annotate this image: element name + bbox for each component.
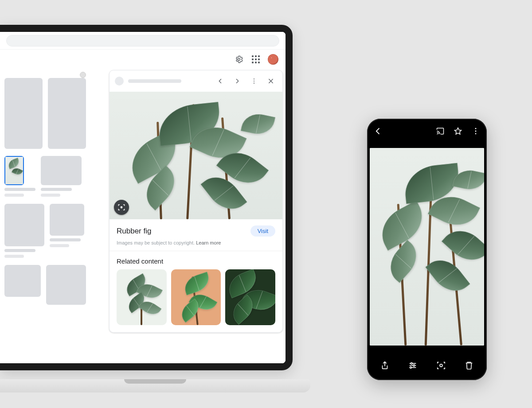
lens-icon[interactable] bbox=[114, 200, 129, 215]
svg-point-0 bbox=[238, 58, 240, 60]
browser-window: Rubber fig Visit Images may be subject t… bbox=[0, 32, 286, 363]
preview-title: Rubber fig bbox=[117, 227, 151, 236]
visit-button[interactable]: Visit bbox=[250, 225, 275, 237]
phone-top-bar bbox=[367, 119, 487, 144]
info-icon[interactable] bbox=[80, 72, 86, 78]
phone-photo[interactable] bbox=[370, 148, 484, 346]
back-icon[interactable] bbox=[373, 126, 383, 136]
close-icon[interactable] bbox=[265, 75, 277, 87]
related-thumb[interactable] bbox=[171, 269, 221, 325]
svg-point-10 bbox=[475, 131, 477, 132]
laptop-screen: Rubber fig Visit Images may be subject t… bbox=[0, 25, 293, 370]
next-image-icon[interactable] bbox=[231, 75, 243, 87]
profile-avatar[interactable] bbox=[268, 54, 278, 65]
svg-point-11 bbox=[475, 133, 477, 134]
copyright-line: Images may be subject to copyright. Lear… bbox=[110, 240, 282, 251]
svg-point-17 bbox=[410, 367, 412, 369]
phone-mock bbox=[367, 119, 487, 380]
cast-icon[interactable] bbox=[435, 126, 445, 136]
result-thumb[interactable] bbox=[4, 204, 44, 246]
svg-point-1 bbox=[254, 78, 254, 79]
browser-address-bar bbox=[0, 32, 286, 50]
prev-image-icon[interactable] bbox=[214, 75, 227, 87]
result-caption-bar bbox=[4, 255, 24, 258]
result-thumb[interactable] bbox=[41, 156, 82, 185]
source-site-name-placeholder bbox=[128, 79, 181, 83]
result-caption-bar bbox=[41, 194, 60, 197]
svg-point-15 bbox=[413, 365, 415, 366]
apps-grid-icon[interactable] bbox=[251, 54, 261, 64]
related-thumb[interactable] bbox=[117, 269, 167, 325]
result-caption-bar bbox=[4, 249, 35, 252]
result-caption-bar bbox=[4, 188, 35, 191]
phone-bottom-bar bbox=[367, 351, 487, 380]
source-site-avatar[interactable] bbox=[115, 77, 124, 85]
result-thumb[interactable] bbox=[4, 265, 41, 297]
laptop-base bbox=[0, 379, 310, 392]
result-thumb-selected[interactable] bbox=[4, 156, 24, 185]
lens-icon[interactable] bbox=[435, 360, 447, 371]
result-caption-bar bbox=[41, 188, 72, 191]
result-thumb[interactable] bbox=[48, 78, 86, 149]
result-caption-bar bbox=[50, 238, 81, 241]
related-thumb[interactable] bbox=[225, 269, 275, 325]
svg-point-7 bbox=[437, 134, 438, 135]
svg-point-9 bbox=[475, 128, 477, 129]
learn-more-link[interactable]: Learn more bbox=[196, 240, 221, 245]
preview-title-row: Rubber fig Visit bbox=[110, 219, 282, 240]
svg-point-18 bbox=[440, 364, 442, 367]
svg-point-13 bbox=[411, 363, 413, 365]
address-field-placeholder[interactable] bbox=[6, 35, 279, 47]
svg-marker-8 bbox=[455, 128, 462, 135]
result-caption-bar bbox=[4, 194, 24, 197]
related-thumbnails bbox=[110, 269, 282, 332]
star-outline-icon[interactable] bbox=[453, 126, 463, 136]
edit-sliders-icon[interactable] bbox=[407, 360, 419, 371]
app-top-bar bbox=[0, 50, 286, 69]
result-thumb[interactable] bbox=[50, 204, 84, 236]
result-caption-bar bbox=[50, 244, 69, 247]
settings-icon[interactable] bbox=[234, 54, 244, 64]
more-vert-icon[interactable] bbox=[471, 126, 481, 136]
image-preview-panel: Rubber fig Visit Images may be subject t… bbox=[109, 70, 283, 333]
result-thumb[interactable] bbox=[4, 78, 43, 149]
result-thumb[interactable] bbox=[46, 265, 86, 305]
laptop-mock: Rubber fig Visit Images may be subject t… bbox=[0, 25, 306, 392]
svg-point-6 bbox=[121, 206, 123, 209]
results-workspace: Rubber fig Visit Images may be subject t… bbox=[0, 69, 286, 363]
svg-point-2 bbox=[254, 81, 254, 82]
panel-header bbox=[110, 70, 282, 92]
trash-icon[interactable] bbox=[463, 360, 475, 371]
results-grid bbox=[0, 69, 89, 363]
copyright-text: Images may be subject to copyright. bbox=[117, 240, 195, 245]
share-icon[interactable] bbox=[379, 360, 391, 371]
svg-point-3 bbox=[254, 83, 254, 84]
more-vert-icon[interactable] bbox=[248, 75, 260, 87]
related-heading: Related content bbox=[110, 251, 282, 269]
preview-image[interactable] bbox=[110, 92, 282, 219]
